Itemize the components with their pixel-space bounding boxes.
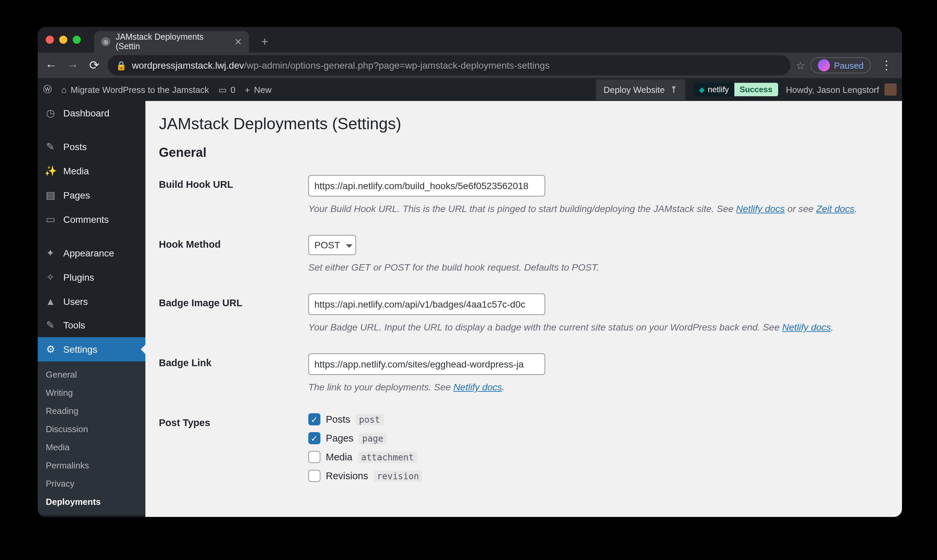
- field-label: Hook Method: [159, 235, 308, 250]
- upload-icon: ⤒: [670, 85, 677, 95]
- post-types-checklist: ✓Posts post ✓Pages page Media attachment…: [308, 413, 860, 489]
- sidebar-item-label: Settings: [63, 344, 97, 355]
- content-area: JAMstack Deployments (Settings) General …: [145, 101, 902, 517]
- netlify-logo-icon: ◆: [699, 85, 705, 94]
- avatar-icon: [818, 59, 830, 71]
- new-tab-button[interactable]: +: [254, 35, 275, 49]
- submenu-item-permalinks[interactable]: Permalinks: [38, 456, 145, 474]
- sidebar-item-label: Users: [63, 296, 88, 306]
- submenu-item-discussion[interactable]: Discussion: [38, 420, 145, 438]
- sidebar-item-dashboard[interactable]: ◷Dashboard: [38, 101, 145, 125]
- browser-tab[interactable]: ⊕ JAMstack Deployments (Settin ✕: [94, 31, 249, 52]
- deploy-website-button[interactable]: Deploy Website ⤒: [595, 79, 686, 100]
- comment-icon: ▭: [218, 85, 226, 95]
- wp-admin-bar: ⓦ ⌂ Migrate WordPress to the Jamstack ▭ …: [38, 78, 902, 101]
- submenu-item-general[interactable]: General: [38, 366, 145, 384]
- users-icon: ▲: [45, 295, 57, 307]
- sidebar-item-appearance[interactable]: ✦Appearance: [38, 241, 145, 265]
- sidebar-item-plugins[interactable]: ✧Plugins: [38, 265, 145, 289]
- sidebar-item-media[interactable]: ✨Media: [38, 159, 145, 183]
- build-hook-url-input[interactable]: [308, 175, 545, 197]
- home-icon: ⌂: [61, 85, 67, 95]
- sidebar-item-label: Posts: [63, 142, 87, 152]
- close-window-icon[interactable]: [46, 36, 54, 44]
- sidebar-item-label: Dashboard: [63, 108, 109, 118]
- back-button[interactable]: ←: [43, 58, 59, 72]
- field-post-types: Post Types ✓Posts post ✓Pages page Media…: [159, 413, 889, 489]
- wp-logo-icon[interactable]: ⓦ: [43, 83, 52, 95]
- field-badge-image-url: Badge Image URL Your Badge URL. Input th…: [159, 294, 889, 334]
- toolbar: ← → ⟳ 🔒 wordpressjamstack.lwj.dev/wp-adm…: [38, 52, 902, 78]
- plugins-icon: ✧: [45, 271, 57, 283]
- post-type-option[interactable]: ✓Posts post: [308, 413, 860, 425]
- zeit-docs-link[interactable]: Zeit docs: [816, 203, 854, 214]
- sidebar-item-tools[interactable]: ✎Tools: [38, 313, 145, 337]
- badge-link-input[interactable]: [308, 353, 545, 375]
- titlebar: ⊕ JAMstack Deployments (Settin ✕ +: [38, 27, 902, 52]
- account-link[interactable]: Howdy, Jason Lengstorf: [786, 83, 897, 95]
- browser-menu-icon[interactable]: ⋮: [876, 58, 897, 73]
- sidebar-item-label: Appearance: [63, 248, 114, 258]
- submenu-item-media[interactable]: Media: [38, 438, 145, 456]
- bookmark-icon[interactable]: ☆: [795, 59, 805, 72]
- field-description: Set either GET or POST for the build hoo…: [308, 260, 860, 275]
- post-type-option[interactable]: Revisions revision: [308, 470, 860, 482]
- checkbox-unchecked-icon[interactable]: [308, 470, 320, 482]
- option-label: Media: [326, 452, 352, 462]
- pages-icon: ▤: [45, 189, 57, 201]
- post-type-option[interactable]: ✓Pages page: [308, 432, 860, 444]
- field-label: Post Types: [159, 413, 308, 428]
- sidebar-item-label: Tools: [63, 320, 85, 331]
- sidebar-item-users[interactable]: ▲Users: [38, 289, 145, 313]
- minimize-window-icon[interactable]: [59, 36, 67, 44]
- checkbox-checked-icon[interactable]: ✓: [308, 432, 320, 444]
- sidebar-item-posts[interactable]: ✎Posts: [38, 135, 145, 159]
- profile-paused-pill[interactable]: Paused: [811, 57, 871, 73]
- comments-link[interactable]: ▭ 0: [218, 85, 235, 95]
- submenu-item-reading[interactable]: Reading: [38, 402, 145, 420]
- settings-icon: ⚙: [45, 343, 57, 355]
- section-heading-general: General: [159, 145, 889, 160]
- option-label: Revisions: [326, 471, 368, 481]
- submenu-item-privacy[interactable]: Privacy: [38, 474, 145, 493]
- window-controls: [46, 36, 81, 44]
- new-content-link[interactable]: + New: [245, 85, 272, 95]
- netlify-status-badge[interactable]: ◆netlify Success: [694, 83, 778, 96]
- checkbox-unchecked-icon[interactable]: [308, 451, 320, 463]
- submenu-item-deployments[interactable]: Deployments: [38, 493, 145, 511]
- tab-favicon: ⊕: [101, 37, 111, 46]
- howdy-text: Howdy, Jason Lengstorf: [786, 85, 879, 95]
- sidebar-item-label: Media: [63, 166, 89, 176]
- netlify-docs-link[interactable]: Netlify docs: [453, 382, 502, 392]
- field-description: The link to your deployments. See Netlif…: [308, 380, 860, 394]
- field-description: Your Badge URL. Input the URL to display…: [308, 320, 860, 334]
- option-slug: page: [359, 432, 387, 444]
- sidebar-item-label: Comments: [63, 214, 109, 225]
- dashboard-icon: ◷: [45, 107, 57, 119]
- reload-button[interactable]: ⟳: [86, 58, 102, 73]
- option-label: Posts: [326, 414, 350, 425]
- tab-title: JAMstack Deployments (Settin: [116, 32, 229, 51]
- checkbox-checked-icon[interactable]: ✓: [308, 413, 320, 425]
- sidebar-item-pages[interactable]: ▤Pages: [38, 183, 145, 207]
- netlify-status: Success: [734, 83, 778, 96]
- appearance-icon: ✦: [45, 247, 57, 259]
- maximize-window-icon[interactable]: [73, 36, 81, 44]
- option-label: Pages: [326, 433, 353, 443]
- netlify-docs-link[interactable]: Netlify docs: [782, 322, 831, 332]
- post-type-option[interactable]: Media attachment: [308, 451, 860, 463]
- badge-image-url-input[interactable]: [308, 294, 545, 315]
- netlify-docs-link[interactable]: Netlify docs: [736, 203, 785, 214]
- site-home-link[interactable]: ⌂ Migrate WordPress to the Jamstack: [61, 85, 209, 95]
- sidebar-item-comments[interactable]: ▭Comments: [38, 207, 145, 232]
- netlify-brand: netlify: [708, 85, 729, 94]
- hook-method-select[interactable]: POST: [308, 235, 356, 255]
- admin-sidebar: ◷Dashboard ✎Posts ✨Media ▤Pages ▭Comment…: [38, 101, 145, 517]
- tab-close-icon[interactable]: ✕: [234, 36, 242, 47]
- submenu-item-writing[interactable]: Writing: [38, 384, 145, 402]
- address-bar[interactable]: 🔒 wordpressjamstack.lwj.dev/wp-admin/opt…: [108, 55, 790, 75]
- sidebar-item-settings[interactable]: ⚙Settings: [38, 337, 145, 362]
- new-label: New: [254, 85, 272, 95]
- forward-button[interactable]: →: [65, 58, 81, 72]
- browser-window: ⊕ JAMstack Deployments (Settin ✕ + ← → ⟳…: [38, 27, 902, 517]
